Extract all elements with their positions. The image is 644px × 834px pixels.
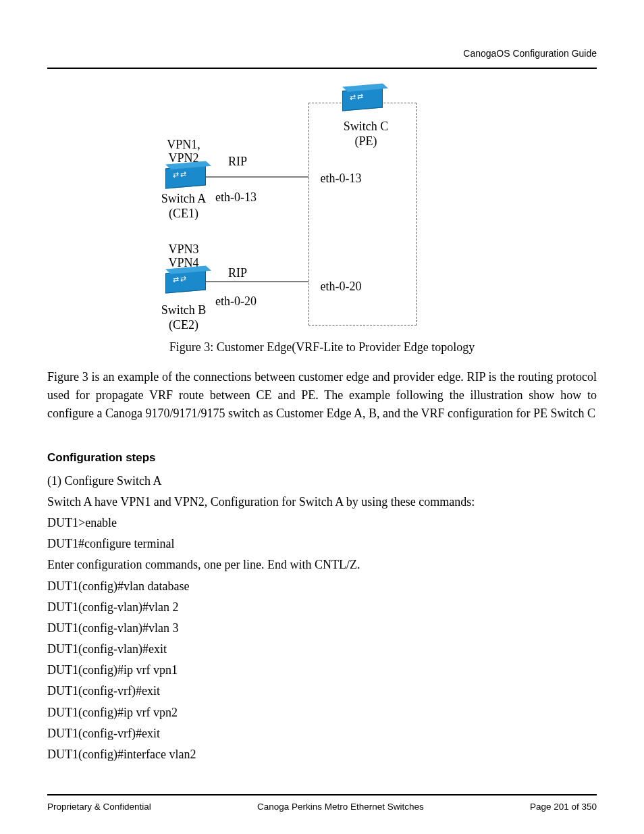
page-footer: Proprietary & Confidential Canoga Perkin… (47, 801, 597, 814)
footer-rule (47, 794, 597, 796)
footer-left: Proprietary & Confidential (47, 801, 151, 814)
command-line: DUT1(config-vlan)#exit (47, 641, 597, 658)
footer-right: Page 201 of 350 (530, 801, 597, 814)
step1-title: (1) Configure Switch A (47, 473, 597, 490)
footer-center: Canoga Perkins Metro Ethernet Switches (257, 801, 424, 814)
topology-diagram: Switch C (PE) eth-0-13 eth-0-20 VPN1, VP… (47, 82, 597, 332)
command-line: DUT1(config-vlan)#vlan 2 (47, 599, 597, 616)
command-line: DUT1(config-vlan)#vlan 3 (47, 620, 597, 637)
command-line: DUT1(config)#interface vlan2 (47, 746, 597, 763)
connector-lines (153, 82, 491, 332)
figure-description: Figure 3 is an example of the connection… (47, 368, 597, 423)
command-line: DUT1(config)#ip vrf vpn1 (47, 662, 597, 679)
command-line: DUT1(config-vrf)#exit (47, 725, 597, 742)
figure-caption: Figure 3: Customer Edge(VRF-Lite to Prov… (47, 339, 597, 356)
header-rule (47, 68, 597, 69)
config-steps-heading: Configuration steps (47, 450, 597, 466)
command-line: DUT1(config)#vlan database (47, 578, 597, 595)
command-line: DUT1(config-vrf)#exit (47, 683, 597, 700)
command-line: DUT1(config)#ip vrf vpn2 (47, 704, 597, 721)
command-line: DUT1>enable (47, 515, 597, 531)
command-line: DUT1#configure terminal (47, 536, 597, 552)
header-doc-title: CanogaOS Configuration Guide (47, 47, 597, 61)
step1-desc: Switch A have VPN1 and VPN2, Configurati… (47, 494, 597, 511)
command-line: Enter configuration commands, one per li… (47, 556, 597, 573)
